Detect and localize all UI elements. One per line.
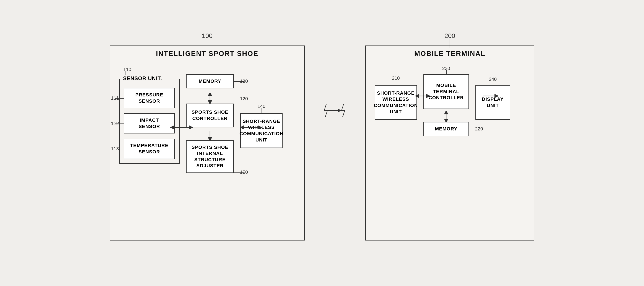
controller-120-number: 120	[240, 96, 248, 102]
mt-label: MOBILE TERMINAL	[414, 50, 486, 58]
mt-controller-block: MOBILE TERMINAL CONTROLLER	[424, 74, 469, 109]
iss-shortrange-block: SHORT-RANGE WIRELESS COMMUNICATION UNIT	[240, 113, 282, 148]
diagram-wrapper: 100 INTELLIGENT SPORT SHOE 110 SENSOR UN…	[110, 46, 534, 240]
adjuster-block: SPORTS SHOE INTERNAL STRUCTURE ADJUSTER	[186, 140, 234, 173]
temperature-sensor-item: 113 TEMPERATURE SENSOR	[124, 139, 175, 159]
impact-sensor-block: IMPACT SENSOR	[124, 113, 175, 134]
arrow-ctrl-mem-mt	[443, 111, 450, 122]
sensor-unit-label: SENSOR UNIT.	[122, 76, 164, 82]
sensor-unit-number: 110	[123, 67, 131, 72]
pressure-sensor-block: PRESSURE SENSOR	[124, 88, 175, 108]
controller-block-iss: SPORTS SHOE CONTROLLER	[186, 104, 234, 128]
mt-box: 200 MOBILE TERMINAL 210 SHORT-RANGE WIRE…	[365, 46, 534, 240]
iss-box: 100 INTELLIGENT SPORT SHOE 110 SENSOR UN…	[110, 46, 305, 240]
mt-display-block: DISPLAY UNIT	[476, 85, 510, 120]
iss-label: INTELLIGENT SPORT SHOE	[156, 50, 258, 58]
mt-shortrange-block: SHORT-RANGE WIRELESS COMMUNICATION UNIT	[375, 85, 417, 120]
memory-block-iss: MEMORY	[186, 74, 234, 88]
iss-number: 100	[202, 32, 212, 48]
temperature-sensor-block: TEMPERATURE SENSOR	[124, 139, 175, 159]
wireless-arrows	[322, 102, 348, 119]
arrow-mem-ctrl	[207, 93, 213, 104]
arrow-ctrl-adj	[207, 130, 213, 140]
impact-sensor-item: 112 IMPACT SENSOR	[124, 113, 175, 134]
mt-number: 200	[444, 32, 455, 48]
adjuster-150-number: 150	[240, 170, 248, 175]
wireless-gap	[322, 102, 348, 119]
mt-memory-block: MEMORY	[424, 122, 469, 136]
sensor-unit-box: SENSOR UNIT. 111 PRESSURE SENSOR 112 I	[119, 79, 180, 164]
pressure-sensor-item: 111 PRESSURE SENSOR	[124, 88, 175, 108]
